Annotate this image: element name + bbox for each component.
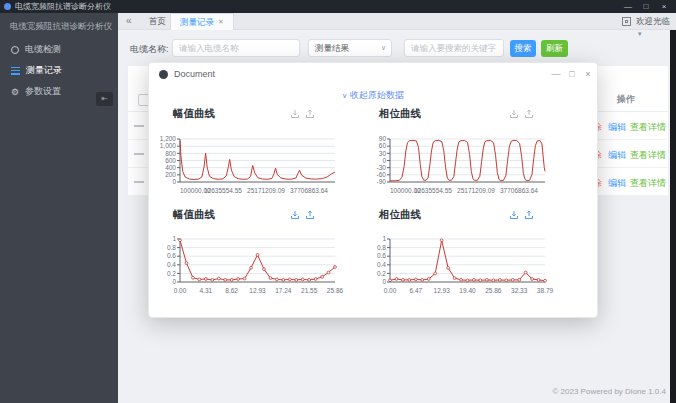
measure-result-select[interactable]: 测量结果 ∨ [308,39,392,57]
document-modal: Document — □ × ∨收起原始数据 幅值曲线 相位曲线 幅值曲线 相位… [148,62,598,318]
svg-text:32.33: 32.33 [511,287,528,294]
svg-text:0: 0 [172,278,176,285]
app-window: 电缆宽频阻抗谱诊断分析仪 — □ × 电缆宽频阻抗谱诊断分析仪 电缆检测 测量记… [0,0,676,403]
save-image-icon[interactable] [509,210,519,220]
collapse-link-label: 收起原始数据 [350,90,404,100]
svg-text:0.6: 0.6 [377,252,386,259]
view-detail-link[interactable]: 查看详情 [630,149,666,162]
refresh-button[interactable]: 刷新 [541,40,568,57]
sidebar: 电缆宽频阻抗谱诊断分析仪 电缆检测 测量记录 ⚙ 参数设置 ⇤ [0,13,118,403]
svg-text:0: 0 [382,157,386,164]
chart-title: 幅值曲线 [173,208,215,222]
search-button[interactable]: 搜索 [510,40,536,57]
svg-text:37706863.64: 37706863.64 [500,187,538,194]
save-image-icon[interactable] [509,109,519,119]
svg-text:12.93: 12.93 [249,287,266,294]
sidebar-item-cable-detect[interactable]: 电缆检测 [0,39,118,60]
chart-title: 相位曲线 [379,107,421,121]
window-titlebar: 电缆宽频阻抗谱诊断分析仪 — □ × [0,0,676,13]
amplitude-frequency-chart: 1,2001,0008006004002000100000.0012635554… [151,133,347,197]
svg-text:60: 60 [379,142,387,149]
welcome-text: 欢迎光临 [636,16,670,26]
svg-text:-60: -60 [377,171,387,178]
window-title: 电缆宽频阻抗谱诊断分析仪 [15,1,111,12]
svg-text:0.6: 0.6 [167,252,176,259]
restore-icon[interactable] [305,210,315,220]
svg-text:0.8: 0.8 [167,244,176,251]
restore-icon[interactable] [524,210,534,220]
modal-titlebar: Document — □ × [149,63,597,85]
modal-maximize-button[interactable]: □ [565,63,579,85]
svg-text:25171209.09: 25171209.09 [247,187,285,194]
settings-gear-icon: ⚙ [11,88,19,96]
row-placeholder-dash [134,153,144,155]
svg-text:25.86: 25.86 [327,287,344,294]
save-image-icon[interactable] [290,109,300,119]
select-value: 测量结果 [315,43,349,53]
modal-title: Document [174,69,215,79]
app-logo-icon [4,3,11,10]
svg-text:17.24: 17.24 [275,287,292,294]
svg-text:0.4: 0.4 [377,261,386,268]
sidebar-item-label: 测量记录 [26,64,62,77]
svg-text:38.79: 38.79 [537,287,554,294]
svg-text:0: 0 [382,278,386,285]
tabs-back-icon[interactable]: « [126,15,132,26]
fullscreen-icon[interactable] [622,17,631,26]
window-edge-scrollbar[interactable] [670,30,676,403]
edit-link[interactable]: 编辑 [608,149,626,162]
collapse-sidebar-icon: ⇤ [101,94,108,103]
svg-text:0.2: 0.2 [377,270,386,277]
svg-text:-90: -90 [377,178,387,185]
svg-text:-30: -30 [377,164,387,171]
sidebar-item-label: 参数设置 [25,85,61,98]
close-tab-icon[interactable]: ✕ [218,14,224,30]
view-detail-link[interactable]: 查看详情 [630,121,666,134]
window-maximize-button[interactable]: □ [638,0,654,13]
modal-minimize-button[interactable]: — [549,63,563,85]
restore-icon[interactable] [305,109,315,119]
amplitude-distance-chart: 10.80.60.40.200.004.318.6212.9317.2421.5… [151,233,347,297]
view-detail-link[interactable]: 查看详情 [630,177,666,190]
svg-text:21.55: 21.55 [301,287,318,294]
svg-text:12.93: 12.93 [434,287,451,294]
restore-icon[interactable] [524,109,534,119]
phase-frequency-chart: 9060300-30-60-90100000.0012635554.552517… [361,133,557,197]
edit-link[interactable]: 编辑 [608,177,626,190]
svg-text:12635554.55: 12635554.55 [414,187,452,194]
svg-text:4.31: 4.31 [200,287,213,294]
svg-text:12635554.55: 12635554.55 [204,187,242,194]
edit-link[interactable]: 编辑 [608,121,626,134]
svg-text:8.62: 8.62 [225,287,238,294]
svg-text:25.86: 25.86 [485,287,502,294]
chart-toolbox [509,210,534,220]
cable-name-input[interactable] [172,39,300,57]
row-placeholder-dash [134,125,144,127]
svg-text:0: 0 [172,178,176,185]
window-minimize-button[interactable]: — [620,0,636,13]
chevron-down-icon: ∨ [342,92,347,99]
collapse-raw-data-link[interactable]: ∨收起原始数据 [149,89,597,102]
sidebar-item-label: 电缆检测 [25,43,61,56]
sidebar-item-measure-records[interactable]: 测量记录 [0,60,118,81]
svg-text:400: 400 [165,164,176,171]
sidebar-collapse-button[interactable]: ⇤ [96,92,113,106]
chart-toolbox [509,109,534,119]
column-header-operation: 操作 [617,93,635,106]
save-image-icon[interactable] [290,210,300,220]
svg-text:6.47: 6.47 [410,287,423,294]
tab-bar: « 首页 测量记录 ✕ 欢迎光临 ▾ [118,13,676,30]
tab-label: 首页 [149,16,166,26]
cable-detect-icon [11,46,19,54]
chart-title: 幅值曲线 [173,107,215,121]
window-close-button[interactable]: × [656,0,672,13]
cable-name-label: 电缆名称: [130,43,169,56]
svg-text:1: 1 [382,235,386,242]
tab-measure-records[interactable]: 测量记录 ✕ [170,13,234,30]
row-placeholder-dash [134,181,144,183]
svg-text:0.8: 0.8 [377,244,386,251]
keyword-input[interactable] [404,39,504,57]
footer-copyright: © 2023 Powered by Dione 1.0.4 [552,387,666,396]
modal-close-button[interactable]: × [581,63,595,85]
svg-text:37706863.64: 37706863.64 [290,187,328,194]
